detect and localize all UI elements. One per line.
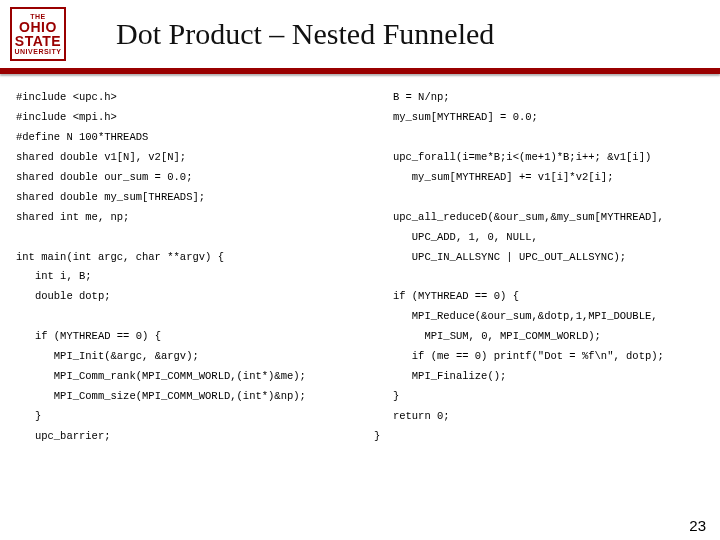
logo-line-state: STATE bbox=[15, 34, 61, 48]
code-block-left: #include <upc.h> #include <mpi.h> #defin… bbox=[16, 88, 350, 447]
slide: THE OHIO STATE UNIVERSITY Dot Product – … bbox=[0, 0, 720, 540]
code-block-right: B = N/np; my_sum[MYTHREAD] = 0.0; upc_fo… bbox=[374, 88, 708, 447]
page-number: 23 bbox=[689, 517, 706, 534]
code-column-left: #include <upc.h> #include <mpi.h> #defin… bbox=[16, 88, 350, 504]
header: THE OHIO STATE UNIVERSITY Dot Product – … bbox=[0, 0, 720, 68]
ohio-state-logo: THE OHIO STATE UNIVERSITY bbox=[10, 7, 66, 61]
slide-title: Dot Product – Nested Funneled bbox=[116, 17, 494, 51]
code-column-right: B = N/np; my_sum[MYTHREAD] = 0.0; upc_fo… bbox=[374, 88, 708, 504]
slide-body: #include <upc.h> #include <mpi.h> #defin… bbox=[0, 74, 720, 504]
logo-line-ohio: OHIO bbox=[19, 20, 57, 34]
logo-line-university: UNIVERSITY bbox=[14, 48, 61, 55]
